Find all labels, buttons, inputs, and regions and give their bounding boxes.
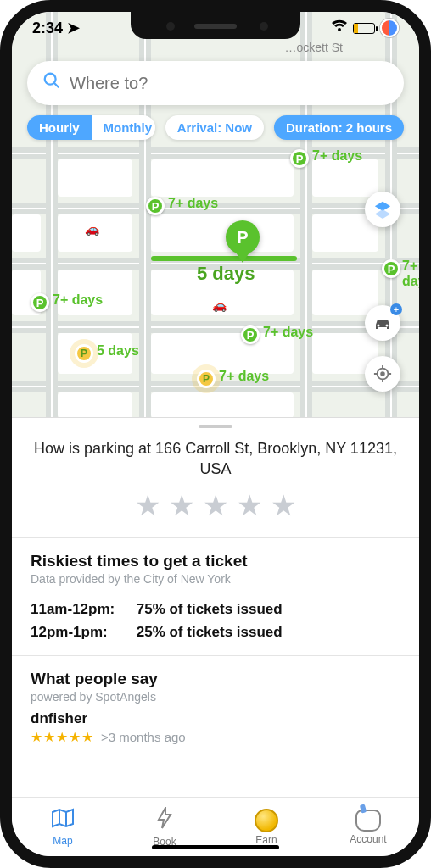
- filter-chip-row: Hourly Monthly Arrival: Now Duration: 2 …: [27, 115, 404, 140]
- mascot-icon: [355, 810, 381, 832]
- plus-badge-icon: +: [390, 303, 402, 315]
- parking-spot-icon[interactable]: P: [382, 259, 400, 278]
- coin-icon: [255, 809, 278, 832]
- star-icon[interactable]: ★: [169, 488, 194, 522]
- car-mascot-icon: 🚗: [85, 222, 99, 236]
- street-name: …ockett St: [285, 41, 343, 54]
- bolt-icon: [156, 807, 173, 834]
- driving-mode-button[interactable]: +: [365, 305, 400, 341]
- duration-chip[interactable]: Duration: 2 hours: [274, 115, 404, 140]
- parking-spot-warn-icon[interactable]: P: [75, 344, 93, 363]
- risk-title: Riskiest times to get a ticket: [31, 552, 400, 570]
- parking-spot-icon[interactable]: P: [241, 326, 260, 344]
- home-indicator[interactable]: [152, 845, 279, 849]
- reviews-title: What people say: [31, 670, 400, 688]
- spot-label: 7+ days: [263, 325, 313, 340]
- svg-point-3: [381, 372, 384, 376]
- risk-row: 12pm-1pm: 25% of tickets issued: [31, 620, 400, 643]
- search-icon: [42, 71, 61, 95]
- svg-point-4: [45, 74, 56, 85]
- parking-spot-warn-icon[interactable]: P: [197, 370, 216, 388]
- search-bar[interactable]: [27, 61, 404, 105]
- location-services-icon: ➤: [67, 19, 80, 37]
- spot-label: 7+ days: [402, 259, 419, 289]
- rating-input[interactable]: ★ ★ ★ ★ ★: [12, 488, 419, 538]
- risk-row: 11am-12pm: 75% of tickets issued: [31, 598, 400, 620]
- selected-pin-icon[interactable]: P: [226, 220, 260, 254]
- segment-hourly[interactable]: Hourly: [27, 115, 92, 140]
- phone-frame: 2:34 ➤: [0, 0, 431, 868]
- risk-section: Riskiest times to get a ticket Data prov…: [12, 538, 419, 656]
- svg-point-0: [378, 325, 380, 327]
- notch: [131, 12, 300, 39]
- tab-account[interactable]: Account: [317, 798, 419, 856]
- compass-icon[interactable]: [380, 19, 399, 37]
- review-stars-icon: ★★★★★: [31, 729, 94, 745]
- tab-map[interactable]: Map: [12, 798, 114, 856]
- reviews-subtitle: powered by SpotAngels: [31, 690, 400, 704]
- car-mascot-icon: 🚗: [212, 298, 227, 312]
- parking-spot-icon[interactable]: P: [146, 197, 165, 215]
- parking-spot-icon[interactable]: P: [31, 293, 49, 312]
- tab-label: Account: [350, 833, 386, 845]
- review-age: >3 months ago: [101, 730, 186, 744]
- spot-label: 7+ days: [312, 148, 362, 164]
- rate-type-segment[interactable]: Hourly Monthly: [27, 115, 155, 140]
- star-icon[interactable]: ★: [135, 488, 160, 522]
- search-input[interactable]: [70, 74, 389, 93]
- risk-subtitle: Data provided by the City of New York: [31, 572, 400, 586]
- tab-label: Earn: [255, 834, 277, 846]
- review-username: dnfisher: [31, 710, 400, 727]
- wifi-icon: [331, 19, 348, 36]
- map-icon: [51, 808, 75, 833]
- svg-point-1: [386, 325, 389, 327]
- star-icon[interactable]: ★: [271, 488, 296, 522]
- details-panel[interactable]: How is parking at 166 Carroll St, Brookl…: [12, 417, 419, 797]
- status-time: 2:34: [32, 19, 63, 36]
- reviews-section: What people say powered by SpotAngels dn…: [12, 656, 419, 757]
- layers-button[interactable]: [365, 192, 400, 227]
- parking-spot-icon[interactable]: P: [290, 149, 309, 168]
- spot-label: 7+ days: [219, 369, 269, 384]
- locate-me-button[interactable]: [365, 356, 400, 392]
- star-icon[interactable]: ★: [237, 488, 262, 522]
- tab-label: Map: [53, 835, 72, 847]
- battery-icon: [353, 23, 375, 34]
- spot-label: 7+ days: [168, 196, 218, 211]
- spot-label: 5 days: [97, 343, 139, 359]
- star-icon[interactable]: ★: [203, 488, 228, 522]
- drag-handle[interactable]: [199, 425, 232, 428]
- selected-pin-label: 5 days: [197, 263, 255, 285]
- segment-monthly[interactable]: Monthly: [92, 115, 155, 140]
- spot-label: 7+ days: [53, 292, 103, 308]
- arrival-chip[interactable]: Arrival: Now: [165, 115, 264, 140]
- address-question: How is parking at 166 Carroll St, Brookl…: [12, 431, 419, 488]
